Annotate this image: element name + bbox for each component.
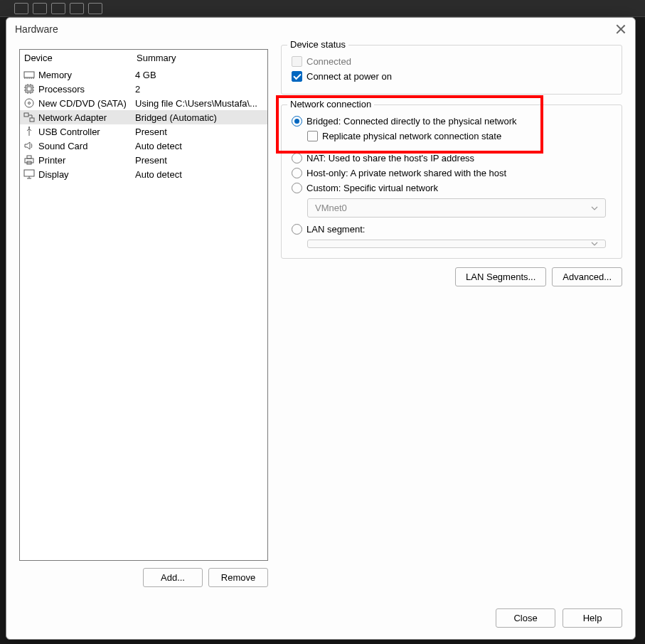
svg-point-7 bbox=[28, 127, 30, 128]
nat-row[interactable]: NAT: Used to share the host's IP address bbox=[292, 151, 612, 166]
nat-label: NAT: Used to share the host's IP address bbox=[306, 153, 474, 163]
device-list-buttons: Add... Remove bbox=[19, 568, 268, 587]
device-name: Sound Card bbox=[38, 141, 135, 151]
device-name: Processors bbox=[38, 84, 135, 95]
device-status-legend: Device status bbox=[287, 39, 348, 50]
close-button[interactable]: Close bbox=[496, 608, 555, 628]
device-summary: Auto detect bbox=[135, 169, 265, 180]
device-row-display[interactable]: DisplayAuto detect bbox=[20, 167, 267, 181]
dialog-title: Hardware bbox=[15, 23, 58, 35]
connected-checkbox bbox=[292, 56, 302, 67]
network-connection-group: Network connection Bridged: Connected di… bbox=[281, 104, 622, 259]
usb-icon bbox=[23, 126, 36, 137]
device-list[interactable]: Device Summary Memory4 GBProcessors2New … bbox=[19, 49, 268, 561]
chevron-down-icon bbox=[591, 206, 598, 210]
device-row-printer[interactable]: PrinterPresent bbox=[20, 153, 267, 167]
toolbar-layout-icon[interactable] bbox=[14, 3, 28, 14]
advanced-button[interactable]: Advanced... bbox=[552, 267, 622, 286]
device-status-group: Device status Connected Connect at power… bbox=[281, 45, 622, 95]
lan-segment-row[interactable]: LAN segment: bbox=[292, 222, 612, 237]
device-summary: 4 GB bbox=[135, 70, 265, 80]
device-summary: 2 bbox=[135, 84, 265, 95]
disc-icon bbox=[23, 97, 36, 109]
svg-point-3 bbox=[25, 99, 33, 107]
connect-at-power-on-checkbox[interactable] bbox=[292, 71, 302, 82]
device-name: Memory bbox=[38, 70, 135, 80]
help-button[interactable]: Help bbox=[563, 608, 622, 628]
hostonly-row[interactable]: Host-only: A private network shared with… bbox=[292, 166, 612, 181]
svg-rect-0 bbox=[24, 72, 34, 77]
device-row-memory[interactable]: Memory4 GB bbox=[20, 68, 267, 82]
svg-rect-5 bbox=[24, 113, 28, 117]
dialog-footer: Close Help bbox=[6, 600, 635, 639]
lan-segment-radio[interactable] bbox=[292, 224, 302, 235]
close-icon[interactable] bbox=[615, 23, 627, 35]
bridged-radio[interactable] bbox=[292, 116, 302, 127]
device-row-disc[interactable]: New CD/DVD (SATA)Using file C:\Users\Mus… bbox=[20, 96, 267, 110]
header-device: Device bbox=[24, 53, 137, 63]
sound-icon bbox=[23, 140, 36, 151]
lan-segment-select bbox=[307, 240, 606, 248]
header-summary: Summary bbox=[137, 53, 263, 63]
svg-rect-11 bbox=[24, 170, 34, 176]
device-name: Printer bbox=[38, 155, 135, 166]
remove-button[interactable]: Remove bbox=[208, 568, 268, 587]
memory-icon bbox=[23, 69, 36, 80]
device-name: Display bbox=[38, 169, 135, 180]
cpu-icon bbox=[23, 83, 36, 95]
custom-network-value: VMnet0 bbox=[315, 203, 347, 213]
device-summary: Present bbox=[135, 127, 265, 137]
hardware-dialog: Hardware Device Summary Memory4 GBProces… bbox=[6, 17, 636, 640]
device-list-header: Device Summary bbox=[20, 50, 267, 68]
bridged-row[interactable]: Bridged: Connected directly to the physi… bbox=[292, 114, 612, 129]
connected-label: Connected bbox=[306, 56, 351, 67]
svg-rect-6 bbox=[30, 118, 34, 122]
right-pane: Device status Connected Connect at power… bbox=[281, 49, 622, 587]
device-summary: Bridged (Automatic) bbox=[135, 112, 265, 123]
dialog-titlebar: Hardware bbox=[6, 18, 635, 41]
device-name: Network Adapter bbox=[38, 112, 135, 123]
device-summary: Using file C:\Users\Mustafa\... bbox=[135, 98, 265, 109]
lan-segments-button[interactable]: LAN Segments... bbox=[455, 267, 546, 286]
network-icon bbox=[23, 112, 36, 123]
device-row-network[interactable]: Network AdapterBridged (Automatic) bbox=[20, 110, 267, 124]
svg-rect-9 bbox=[27, 156, 31, 159]
svg-point-4 bbox=[28, 102, 31, 104]
device-row-sound[interactable]: Sound CardAuto detect bbox=[20, 139, 267, 153]
custom-network-select: VMnet0 bbox=[307, 198, 606, 218]
device-summary: Auto detect bbox=[135, 141, 265, 151]
replicate-checkbox[interactable] bbox=[307, 131, 318, 141]
left-pane: Device Summary Memory4 GBProcessors2New … bbox=[19, 49, 268, 587]
app-toolbar bbox=[0, 0, 645, 17]
add-button[interactable]: Add... bbox=[143, 568, 203, 587]
toolbar-pin-icon[interactable] bbox=[51, 3, 65, 14]
display-icon bbox=[23, 168, 36, 180]
toolbar-tabs-icon[interactable] bbox=[33, 3, 47, 14]
printer-icon bbox=[23, 154, 36, 166]
nat-radio[interactable] bbox=[292, 153, 302, 163]
chevron-down-icon bbox=[591, 242, 598, 246]
device-summary: Present bbox=[135, 155, 265, 166]
device-name: USB Controller bbox=[38, 127, 135, 137]
hostonly-radio[interactable] bbox=[292, 168, 302, 178]
device-row-cpu[interactable]: Processors2 bbox=[20, 82, 267, 96]
network-buttons: LAN Segments... Advanced... bbox=[281, 267, 622, 286]
hostonly-label: Host-only: A private network shared with… bbox=[306, 168, 506, 178]
svg-rect-2 bbox=[27, 87, 31, 91]
toolbar-terminal-icon[interactable] bbox=[88, 3, 102, 14]
toolbar-camera-icon[interactable] bbox=[70, 3, 84, 14]
device-row-usb[interactable]: USB ControllerPresent bbox=[20, 124, 267, 139]
connect-at-power-on-label: Connect at power on bbox=[306, 71, 392, 82]
custom-radio[interactable] bbox=[292, 183, 302, 193]
lan-segment-label: LAN segment: bbox=[306, 224, 365, 235]
replicate-label: Replicate physical network connection st… bbox=[322, 131, 501, 141]
replicate-row[interactable]: Replicate physical network connection st… bbox=[307, 129, 612, 144]
network-connection-legend: Network connection bbox=[287, 99, 374, 109]
connect-at-power-on-row[interactable]: Connect at power on bbox=[292, 69, 612, 84]
device-name: New CD/DVD (SATA) bbox=[38, 98, 135, 109]
dialog-content: Device Summary Memory4 GBProcessors2New … bbox=[6, 41, 635, 600]
custom-row[interactable]: Custom: Specific virtual network bbox=[292, 181, 612, 195]
svg-rect-8 bbox=[25, 159, 33, 163]
custom-label: Custom: Specific virtual network bbox=[306, 183, 438, 193]
connected-row[interactable]: Connected bbox=[292, 54, 612, 69]
